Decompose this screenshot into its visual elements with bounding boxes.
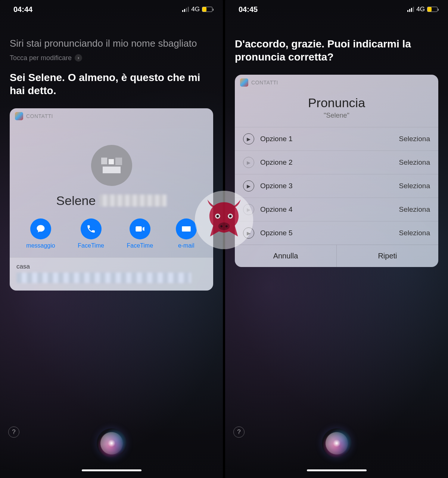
contacts-card: CONTATTI Selene messaggio xyxy=(10,108,213,291)
pronuncia-card: CONTATTI Pronuncia "Selene" ▶ Opzione 1 … xyxy=(235,75,438,267)
card-header: CONTATTI xyxy=(235,75,438,89)
status-time: 04:44 xyxy=(13,5,32,14)
option-select[interactable]: Seleziona xyxy=(399,158,430,167)
contact-top: Selene xyxy=(10,122,213,212)
contacts-app-icon xyxy=(240,78,248,87)
pronuncia-option-list: ▶ Opzione 1 Seleziona ▶ Opzione 2 Selezi… xyxy=(235,127,438,245)
option-label: Opzione 4 xyxy=(260,205,293,214)
pronuncia-option-row[interactable]: ▶ Opzione 2 Seleziona xyxy=(235,150,438,174)
play-icon[interactable]: ▶ xyxy=(243,180,254,192)
repeat-button[interactable]: Ripeti xyxy=(337,245,438,267)
phone-icon xyxy=(81,218,102,239)
card-header: CONTATTI xyxy=(10,108,213,122)
user-utterance[interactable]: Siri stai pronunciando il mio nome sbagl… xyxy=(10,37,213,50)
status-bar: 04:45 4G xyxy=(225,0,448,19)
home-indicator[interactable] xyxy=(307,469,367,471)
play-icon[interactable]: ▶ xyxy=(243,204,254,215)
card-app-label: CONTATTI xyxy=(26,113,53,119)
siri-content: Siri stai pronunciando il mio nome sbagl… xyxy=(0,19,223,478)
action-video[interactable]: FaceTime xyxy=(127,218,153,249)
option-label: Opzione 3 xyxy=(260,182,293,190)
edit-hint[interactable]: Tocca per modificare › xyxy=(10,54,213,62)
status-right: 4G xyxy=(407,6,438,13)
avatar xyxy=(91,145,132,186)
status-bar: 04:44 4G xyxy=(0,0,223,19)
edit-hint-label: Tocca per modificare xyxy=(10,54,72,62)
home-indicator[interactable] xyxy=(82,469,141,471)
bottom-area xyxy=(225,428,448,474)
play-icon[interactable]: ▶ xyxy=(243,227,254,239)
pronuncia-subtitle: "Selene" xyxy=(235,112,438,120)
card-app-label: CONTATTI xyxy=(251,80,278,86)
video-icon xyxy=(130,218,150,239)
action-message[interactable]: messaggio xyxy=(26,218,55,249)
battery-icon xyxy=(427,7,438,12)
option-label: Opzione 5 xyxy=(260,229,293,237)
siri-content: D'accordo, grazie. Puoi indicarmi la pro… xyxy=(225,19,448,478)
pronuncia-option-row[interactable]: ▶ Opzione 5 Seleziona xyxy=(235,221,438,245)
action-call-label: FaceTime xyxy=(78,242,104,249)
siri-reply: D'accordo, grazie. Puoi indicarmi la pro… xyxy=(235,37,438,63)
card-footer: Annulla Ripeti xyxy=(235,245,438,267)
phone-right: 04:45 4G D'accordo, grazie. Puoi indicar… xyxy=(225,0,448,478)
option-select[interactable]: Seleziona xyxy=(399,229,430,237)
contact-actions: messaggio FaceTime FaceTime xyxy=(10,212,213,257)
signal-icon xyxy=(407,7,414,12)
status-right: 4G xyxy=(182,6,212,13)
phone-left: 04:44 4G Siri stai pronunciando il mio n… xyxy=(0,0,223,478)
battery-icon xyxy=(202,7,212,12)
action-call[interactable]: FaceTime xyxy=(78,218,104,249)
network-label: 4G xyxy=(191,6,200,13)
option-select[interactable]: Seleziona xyxy=(399,205,430,214)
option-label: Opzione 1 xyxy=(260,135,293,143)
pronuncia-option-row[interactable]: ▶ Opzione 3 Seleziona xyxy=(235,174,438,198)
section-label: casa xyxy=(16,263,206,270)
signal-icon xyxy=(182,7,189,12)
pronuncia-option-row[interactable]: ▶ Opzione 4 Seleziona xyxy=(235,198,438,221)
contact-section-home[interactable]: casa xyxy=(10,257,213,291)
option-label: Opzione 2 xyxy=(260,158,293,167)
pronuncia-option-row[interactable]: ▶ Opzione 1 Seleziona xyxy=(235,127,438,150)
siri-reply: Sei Selene. O almeno, è questo che mi ha… xyxy=(10,71,213,97)
option-select[interactable]: Seleziona xyxy=(399,135,430,143)
cancel-button[interactable]: Annulla xyxy=(235,245,337,267)
play-icon[interactable]: ▶ xyxy=(243,157,254,168)
section-value-redacted xyxy=(16,273,191,283)
contact-surname-redacted xyxy=(99,195,167,207)
contact-first-name: Selene xyxy=(56,193,96,208)
action-email-label: e-mail xyxy=(178,242,195,249)
mail-icon xyxy=(176,218,197,239)
pronuncia-title: Pronuncia xyxy=(235,96,438,110)
action-message-label: messaggio xyxy=(26,242,55,249)
play-icon[interactable]: ▶ xyxy=(243,133,254,145)
status-time: 04:45 xyxy=(239,5,258,14)
contact-name: Selene xyxy=(56,193,167,208)
message-icon xyxy=(30,218,51,239)
bottom-area xyxy=(0,428,223,474)
action-video-label: FaceTime xyxy=(127,242,153,249)
network-label: 4G xyxy=(416,6,425,13)
option-select[interactable]: Seleziona xyxy=(399,182,430,190)
siri-orb-icon[interactable] xyxy=(97,428,127,458)
action-email[interactable]: e-mail xyxy=(176,218,197,249)
contacts-app-icon xyxy=(15,112,23,120)
chevron-right-icon: › xyxy=(75,54,82,62)
pronuncia-body: Pronuncia "Selene" ▶ Opzione 1 Seleziona… xyxy=(235,89,438,267)
siri-orb-icon[interactable] xyxy=(322,428,352,458)
